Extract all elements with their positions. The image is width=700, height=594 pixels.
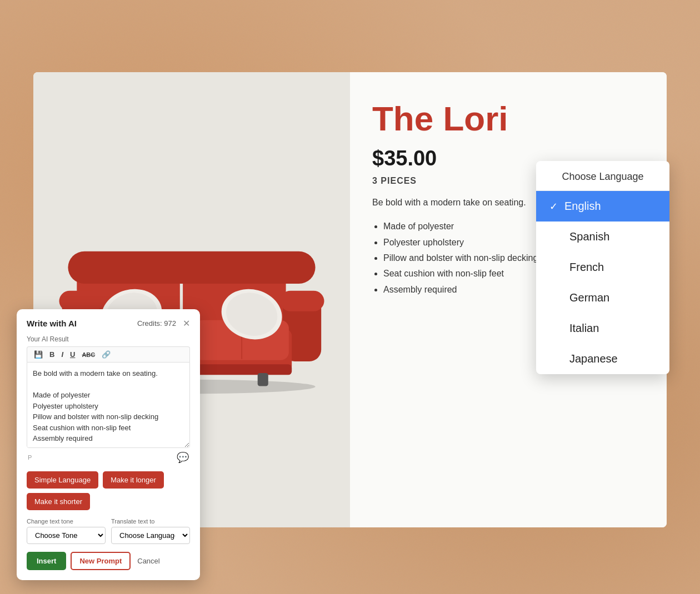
ai-result-textarea[interactable]: Be bold with a modern take on seating. M… [27, 362, 190, 448]
ai-action-buttons-row: Simple Language Make it longer Make it s… [27, 471, 190, 510]
chat-icon: 💬 [177, 451, 189, 464]
language-option-french[interactable]: French [536, 252, 669, 283]
new-prompt-button[interactable]: New Prompt [71, 552, 131, 570]
save-button[interactable]: 💾 [32, 349, 45, 360]
ai-write-panel: Write with AI Credits: 972 ✕ Your AI Res… [17, 309, 200, 580]
underline-button[interactable]: U [68, 349, 77, 360]
tone-label: Change text tone [27, 518, 106, 525]
language-option-german[interactable]: German [536, 283, 669, 313]
make-shorter-button[interactable]: Make it shorter [27, 493, 90, 510]
svg-rect-7 [280, 291, 324, 311]
language-option-spanish[interactable]: Spanish [536, 222, 669, 252]
ai-final-buttons: Insert New Prompt Cancel [27, 552, 190, 570]
link-button[interactable]: 🔗 [99, 349, 113, 360]
language-translate-label: Translate text to [111, 518, 190, 525]
svg-rect-5 [59, 291, 103, 311]
language-select[interactable]: Choose Language English Spanish French G… [111, 527, 190, 544]
insert-button[interactable]: Insert [27, 552, 66, 570]
close-icon[interactable]: ✕ [183, 318, 190, 329]
ai-toolbar: 💾 B I U ABC 🔗 [27, 346, 190, 362]
make-longer-button[interactable]: Make it longer [103, 471, 164, 489]
ai-panel-header: Write with AI Credits: 972 ✕ [27, 318, 190, 329]
cancel-button[interactable]: Cancel [135, 553, 162, 569]
italic-button[interactable]: I [59, 349, 66, 360]
language-option-italian[interactable]: Italian [536, 313, 669, 344]
language-dropdown[interactable]: Choose Language ✓EnglishSpanishFrenchGer… [536, 161, 669, 374]
bold-button[interactable]: B [47, 349, 57, 360]
paragraph-indicator: P [28, 454, 32, 461]
language-select-group: Translate text to Choose Language Englis… [111, 518, 190, 544]
strikethrough-button[interactable]: ABC [79, 350, 97, 359]
ai-textarea-footer: P 💬 [27, 451, 190, 464]
svg-rect-15 [258, 373, 268, 386]
ai-selects-row: Change text tone Choose Tone Professiona… [27, 518, 190, 544]
svg-rect-3 [68, 251, 315, 284]
language-option-english[interactable]: ✓English [536, 191, 669, 222]
ai-result-label: Your AI Result [27, 335, 190, 343]
product-title: The Lori [372, 100, 644, 138]
check-icon: ✓ [549, 200, 558, 213]
ai-panel-title: Write with AI [27, 319, 77, 328]
language-dropdown-title: Choose Language [536, 161, 669, 191]
language-option-japanese[interactable]: Japanese [536, 344, 669, 374]
tone-select[interactable]: Choose Tone Professional Casual Friendly… [27, 527, 106, 544]
ai-panel-credits: Credits: 972 [137, 319, 176, 328]
simple-language-button[interactable]: Simple Language [27, 471, 98, 489]
tone-select-group: Change text tone Choose Tone Professiona… [27, 518, 106, 544]
